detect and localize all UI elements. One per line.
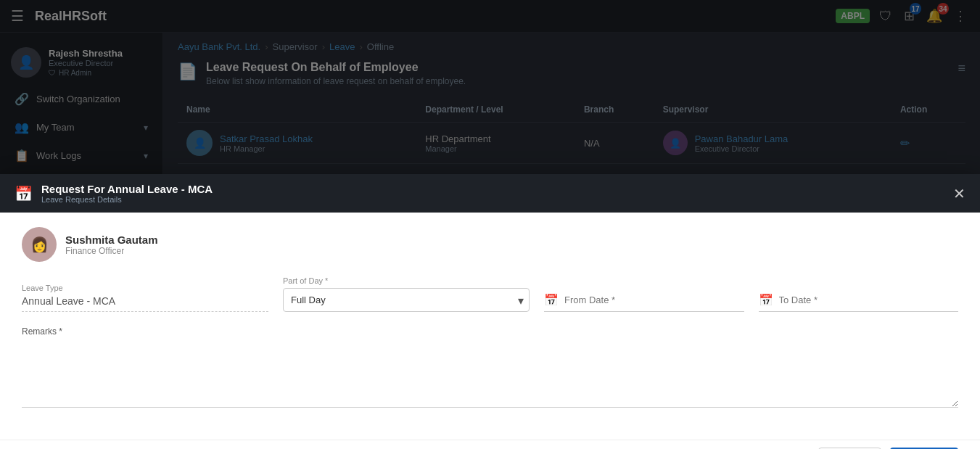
from-date-wrap: 📅 bbox=[544, 293, 744, 312]
modal-footer: Cancel Send ➤ bbox=[0, 440, 980, 449]
calendar-icon: 📅 bbox=[759, 293, 773, 307]
to-date-input[interactable] bbox=[779, 294, 959, 305]
modal-user-name: Sushmita Gautam bbox=[65, 234, 158, 246]
leave-request-modal: 📅 Request For Annual Leave - MCA Leave R… bbox=[0, 174, 980, 449]
remarks-field: Remarks * bbox=[22, 326, 958, 411]
leave-type-field: Leave Type Annual Leave - MCA bbox=[22, 284, 268, 312]
part-of-day-label: Part of Day * bbox=[283, 276, 530, 285]
modal-user-avatar: 👩 bbox=[22, 227, 57, 262]
modal-body: 👩 Sushmita Gautam Finance Officer Leave … bbox=[0, 213, 980, 440]
leave-type-value: Annual Leave - MCA bbox=[22, 295, 268, 312]
modal-title: Request For Annual Leave - MCA bbox=[41, 183, 213, 195]
from-date-input[interactable] bbox=[564, 294, 744, 305]
modal-header-text: Request For Annual Leave - MCA Leave Req… bbox=[41, 183, 213, 204]
modal-user-role: Finance Officer bbox=[65, 246, 158, 256]
from-date-field: 📅 bbox=[544, 293, 744, 312]
part-of-day-select-wrap: Full Day First Half Second Half ▾ bbox=[283, 288, 530, 312]
modal-calendar-icon: 📅 bbox=[15, 185, 33, 202]
modal-subtitle: Leave Request Details bbox=[41, 195, 213, 204]
leave-type-label: Leave Type bbox=[22, 284, 268, 292]
modal-overlay: 📅 Request For Annual Leave - MCA Leave R… bbox=[0, 0, 980, 449]
modal-user-info: Sushmita Gautam Finance Officer bbox=[65, 234, 158, 256]
form-row-1: Leave Type Annual Leave - MCA Part of Da… bbox=[22, 276, 958, 312]
part-of-day-field: Part of Day * Full Day First Half Second… bbox=[283, 276, 530, 312]
modal-header: 📅 Request For Annual Leave - MCA Leave R… bbox=[0, 174, 980, 213]
remarks-textarea[interactable] bbox=[22, 342, 958, 408]
to-date-field: 📅 bbox=[759, 293, 959, 312]
to-date-wrap: 📅 bbox=[759, 293, 959, 312]
part-of-day-select[interactable]: Full Day First Half Second Half bbox=[283, 288, 530, 312]
calendar-icon: 📅 bbox=[544, 293, 559, 307]
modal-user: 👩 Sushmita Gautam Finance Officer bbox=[22, 227, 958, 262]
remarks-label: Remarks * bbox=[22, 326, 958, 337]
modal-close-button[interactable]: ✕ bbox=[953, 186, 965, 201]
